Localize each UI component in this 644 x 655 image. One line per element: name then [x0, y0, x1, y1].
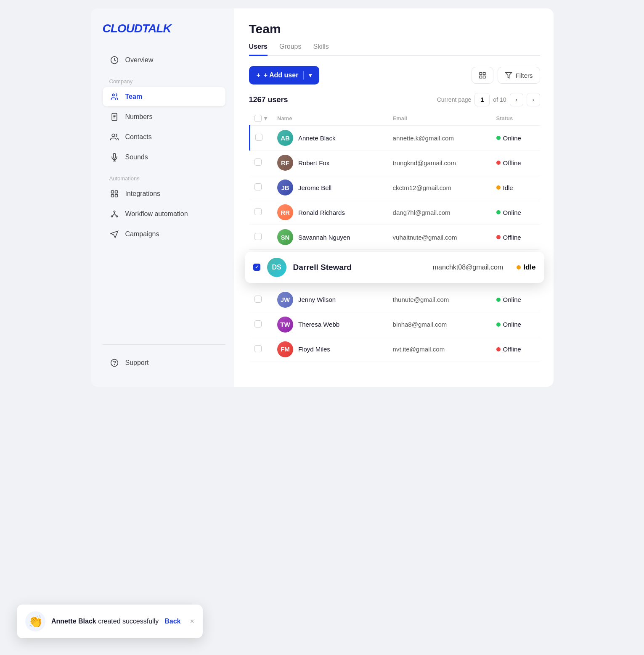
sidebar-item-overview[interactable]: Overview — [103, 50, 225, 70]
add-user-button[interactable]: + + Add user ▾ — [249, 66, 320, 85]
toast-bold-text: Annette Black — [51, 618, 96, 625]
row-checkbox[interactable] — [254, 208, 262, 215]
row-status-cell: Offline — [491, 151, 540, 175]
select-all-checkbox[interactable] — [254, 115, 262, 122]
row-checkbox-cell — [249, 288, 272, 312]
sidebar-section-company: Company — [103, 71, 225, 87]
sidebar-item-numbers[interactable]: Numbers — [103, 107, 225, 127]
svg-rect-15 — [480, 76, 482, 78]
svg-point-1 — [112, 94, 114, 96]
row-checkbox[interactable] — [254, 296, 262, 303]
status-dot — [496, 210, 501, 214]
row-email-cell: vuhaitnute@gmail.com — [388, 225, 491, 250]
floating-selected-row: DS Darrell Steward manchkt08@gmail.com I… — [245, 252, 544, 283]
status-label: Offline — [503, 234, 521, 241]
user-avatar: JW — [277, 292, 293, 308]
page-number-input[interactable] — [474, 93, 490, 106]
sidebar-section-automations: Automations — [103, 168, 225, 184]
table-meta: 1267 users Current page of 10 ‹ › — [249, 93, 540, 106]
tab-users[interactable]: Users — [249, 43, 268, 56]
filters-button[interactable]: Filters — [498, 67, 540, 84]
status-label: Online — [503, 321, 521, 328]
row-status-cell: Online — [491, 288, 540, 312]
contacts-icon — [109, 132, 119, 142]
sidebar-item-campaigns[interactable]: Campaigns — [103, 224, 225, 244]
prev-page-button[interactable]: ‹ — [510, 93, 523, 106]
next-page-button[interactable]: › — [527, 93, 540, 106]
row-name-cell: SN Savannah Nguyen — [272, 225, 388, 250]
toast-notification: 👏 Annette Black created successfully Bac… — [17, 605, 203, 638]
sidebar-item-workflow[interactable]: Workflow automation — [103, 204, 225, 224]
table-row: TW Theresa Webb binha8@gmail.com Online — [249, 312, 540, 337]
user-avatar: FM — [277, 341, 293, 357]
user-name: Annete Black — [298, 135, 335, 142]
toast-close-button[interactable]: × — [190, 617, 194, 626]
row-checkbox[interactable] — [255, 134, 262, 141]
row-name-cell: AB Annete Black — [272, 126, 388, 151]
svg-rect-5 — [115, 191, 117, 193]
status-dot — [496, 161, 501, 165]
campaigns-icon — [109, 229, 119, 239]
user-name: Jenny Wilson — [298, 296, 336, 303]
status-badge: Offline — [496, 346, 535, 353]
svg-rect-6 — [111, 195, 114, 197]
status-badge: Online — [496, 321, 535, 328]
grid-icon — [479, 71, 486, 79]
user-name: Floyd Miles — [298, 346, 330, 353]
sidebar-item-integrations[interactable]: Integrations — [103, 184, 225, 203]
status-dot — [496, 136, 501, 140]
numbers-icon — [109, 112, 119, 122]
user-email: trungknd@gamail.com — [393, 159, 456, 166]
row-checkbox[interactable] — [254, 183, 262, 190]
user-name: Jerome Bell — [298, 184, 331, 191]
sidebar-item-team[interactable]: Team — [103, 87, 225, 106]
user-email: dang7hl@gmail.com — [393, 209, 451, 216]
page-title: Team — [249, 22, 540, 36]
row-status-cell: Online — [491, 126, 540, 151]
floating-row-checkbox[interactable] — [253, 264, 260, 271]
sidebar-item-sounds[interactable]: Sounds — [103, 148, 225, 167]
row-status-cell: Offline — [491, 225, 540, 250]
row-status-cell: Idle — [491, 175, 540, 200]
table-row: FM Floyd Miles nvt.ite@gmail.com Offline — [249, 337, 540, 362]
row-checkbox[interactable] — [254, 158, 262, 166]
row-status-cell: Online — [491, 200, 540, 225]
sidebar-item-workflow-label: Workflow automation — [125, 210, 188, 218]
floating-row-status: Idle — [517, 263, 535, 272]
row-email-cell: thunute@gmail.com — [388, 288, 491, 312]
toolbar-right: Filters — [472, 67, 540, 84]
user-avatar: SN — [277, 229, 293, 245]
sidebar-item-campaigns-label: Campaigns — [125, 230, 159, 238]
toast-back-button[interactable]: Back — [164, 618, 180, 625]
tab-skills[interactable]: Skills — [313, 43, 329, 56]
row-checkbox[interactable] — [254, 345, 262, 352]
row-checkbox-cell — [249, 200, 272, 225]
col-status: Status — [491, 111, 540, 126]
main-content: Team Users Groups Skills + + Add user ▾ — [234, 8, 554, 387]
layout-toggle-button[interactable] — [472, 67, 493, 84]
user-avatar: TW — [277, 317, 293, 333]
status-badge: Offline — [496, 159, 535, 166]
sidebar-item-support[interactable]: Support — [103, 353, 225, 372]
row-name-cell: JB Jerome Bell — [272, 175, 388, 200]
row-checkbox[interactable] — [254, 320, 262, 328]
sidebar-item-numbers-label: Numbers — [125, 113, 153, 121]
tab-groups[interactable]: Groups — [279, 43, 301, 56]
floating-row-avatar: DS — [267, 258, 286, 277]
status-dot — [496, 298, 501, 302]
integrations-icon — [109, 189, 119, 199]
row-email-cell: binha8@gmail.com — [388, 312, 491, 337]
row-checkbox-cell — [249, 175, 272, 200]
sidebar-item-contacts[interactable]: Contacts — [103, 127, 225, 147]
table-row: RR Ronald Richards dang7hl@gmail.com Onl… — [249, 200, 540, 225]
users-count: 1267 users — [249, 95, 288, 104]
support-icon — [109, 358, 119, 368]
user-avatar: JB — [277, 180, 293, 195]
row-name-cell: FM Floyd Miles — [272, 337, 388, 362]
table-row: AB Annete Black annette.k@gmail.com Onli… — [249, 126, 540, 151]
row-checkbox[interactable] — [254, 233, 262, 240]
sidebar-item-overview-label: Overview — [125, 56, 154, 64]
team-icon — [109, 92, 119, 102]
status-badge: Idle — [496, 184, 535, 191]
floating-row-status-dot — [517, 265, 521, 269]
